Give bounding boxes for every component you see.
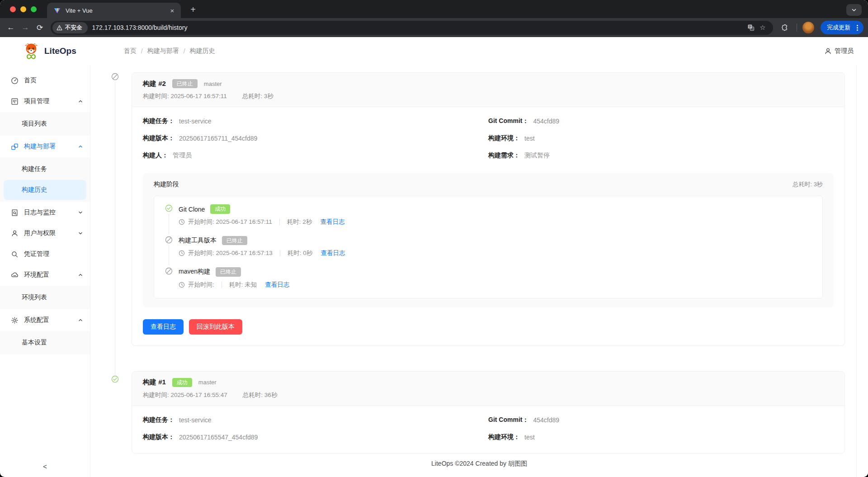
toolbar-divider bbox=[797, 24, 797, 32]
user-menu[interactable]: 管理员 bbox=[824, 47, 854, 55]
cloud-server-icon bbox=[11, 271, 19, 279]
stages-title: 构建阶段 bbox=[154, 180, 179, 189]
chrome-update-button[interactable]: 完成更新 bbox=[821, 21, 863, 34]
stage-status-badge: 已终止 bbox=[216, 267, 241, 276]
sidebar-item-label: 基本设置 bbox=[22, 339, 47, 347]
stage-start-time: 开始时间: bbox=[188, 281, 214, 289]
sidebar-item-label: 首页 bbox=[24, 76, 83, 85]
stage-status-badge: 已终止 bbox=[222, 236, 247, 245]
view-stage-log-link[interactable]: 查看日志 bbox=[265, 281, 289, 289]
timeline-success-icon bbox=[111, 375, 119, 383]
sidebar-item-basic-settings[interactable]: 基本设置 bbox=[4, 333, 86, 353]
profile-avatar[interactable] bbox=[802, 22, 814, 33]
sidebar-item-system-config[interactable]: 系统配置 bbox=[0, 310, 90, 330]
divider bbox=[280, 250, 280, 256]
stages-total-time: 总耗时: 3秒 bbox=[793, 180, 823, 189]
sidebar-item-project-list[interactable]: 项目列表 bbox=[4, 114, 86, 134]
build-history-content: 构建 #2 已终止 master 构建时间: 2025-06-17 16:57:… bbox=[90, 65, 868, 477]
back-icon[interactable]: ← bbox=[5, 21, 17, 34]
sidebar-item-users-permissions[interactable]: 用户与权限 bbox=[0, 223, 90, 243]
stage-item: 构建工具版本 已终止 开始时间: 2025-06-17 16:57:13 耗时:… bbox=[165, 236, 811, 267]
clock-icon bbox=[179, 250, 185, 256]
detail-value: test bbox=[524, 434, 535, 441]
dashboard-icon bbox=[11, 77, 19, 85]
detail-value: 20250617165711_454cfd89 bbox=[179, 135, 257, 142]
view-stage-log-link[interactable]: 查看日志 bbox=[320, 218, 344, 226]
reload-icon[interactable]: ⟳ bbox=[33, 21, 46, 34]
breadcrumb-home[interactable]: 首页 bbox=[124, 47, 137, 55]
logo-text: LiteOps bbox=[44, 46, 76, 56]
clock-icon bbox=[179, 282, 185, 288]
build-card-header: 构建 #2 已终止 master 构建时间: 2025-06-17 16:57:… bbox=[132, 73, 844, 107]
stage-terminated-icon bbox=[165, 236, 173, 244]
timeline-line bbox=[115, 82, 115, 375]
chevron-up-icon bbox=[78, 99, 83, 104]
traffic-lights bbox=[10, 6, 37, 12]
breadcrumb-separator: / bbox=[184, 47, 185, 55]
sidebar-item-credentials[interactable]: 凭证管理 bbox=[0, 244, 90, 264]
detail-label: 构建环境： bbox=[488, 134, 520, 142]
view-log-button[interactable]: 查看日志 bbox=[143, 319, 184, 335]
gear-icon bbox=[11, 316, 19, 324]
minimize-window-button[interactable] bbox=[20, 6, 26, 12]
timeline-terminated-icon bbox=[111, 73, 119, 80]
stages-list: Git Clone 成功 开始时间: 2025-06-17 16:57:11 耗… bbox=[154, 196, 823, 298]
forward-icon[interactable]: → bbox=[19, 21, 32, 34]
new-tab-button[interactable]: + bbox=[187, 4, 199, 15]
security-chip[interactable]: 不安全 bbox=[52, 22, 88, 33]
stage-duration: 耗时: 2秒 bbox=[287, 218, 312, 226]
liteops-logo[interactable]: LiteOps bbox=[22, 42, 76, 61]
stage-connector bbox=[169, 214, 169, 234]
red-panda-logo-icon bbox=[22, 42, 41, 61]
bookmark-star-icon[interactable]: ☆ bbox=[757, 22, 769, 33]
chrome-menu-icon[interactable] bbox=[854, 25, 861, 31]
sidebar-item-environment-list[interactable]: 环境列表 bbox=[4, 288, 86, 307]
detail-value: 管理员 bbox=[173, 151, 192, 160]
chevron-up-icon bbox=[78, 318, 83, 322]
sidebar-item-label: 环境列表 bbox=[22, 293, 47, 302]
build-details: 构建任务：test-service Git Commit：454cfd89 构建… bbox=[143, 415, 834, 442]
sidebar-item-home[interactable]: 首页 bbox=[0, 71, 90, 90]
sidebar-item-build-tasks[interactable]: 构建任务 bbox=[4, 159, 86, 179]
build-total-time: 总耗时: 36秒 bbox=[243, 391, 278, 399]
sidebar-item-project-management[interactable]: 项目管理 bbox=[0, 91, 90, 111]
sidebar-item-label: 环境配置 bbox=[24, 271, 73, 279]
browser-tab[interactable]: Vite + Vue × bbox=[47, 3, 181, 18]
detail-label: 构建需求： bbox=[488, 151, 520, 160]
sidebar-item-label: 日志与监控 bbox=[24, 208, 73, 217]
extensions-icon[interactable] bbox=[778, 21, 791, 34]
detail-label: 构建人： bbox=[143, 151, 168, 160]
submenu-project: 项目列表 bbox=[0, 112, 90, 136]
chevron-down-icon bbox=[78, 231, 83, 236]
sidebar-item-environment-config[interactable]: 环境配置 bbox=[0, 265, 90, 285]
sidebar-item-build-deploy[interactable]: 构建与部署 bbox=[0, 137, 90, 156]
chevron-down-icon bbox=[78, 210, 83, 215]
breadcrumb-separator: / bbox=[141, 47, 143, 55]
sidebar-item-build-history[interactable]: 构建历史 bbox=[4, 180, 86, 200]
detail-value: 454cfd89 bbox=[533, 416, 559, 424]
build-details: 构建任务：test-service Git Commit：454cfd89 构建… bbox=[143, 116, 834, 161]
build-card: 构建 #1 成功 master 构建时间: 2025-06-17 16:55:4… bbox=[132, 371, 845, 453]
stage-duration: 耗时: 0秒 bbox=[288, 249, 313, 257]
rollback-button[interactable]: 回滚到此版本 bbox=[189, 319, 242, 335]
sidebar-item-label: 凭证管理 bbox=[24, 250, 83, 258]
sidebar-collapse-button[interactable]: < bbox=[0, 455, 90, 477]
breadcrumb-section[interactable]: 构建与部署 bbox=[147, 47, 179, 55]
tab-search-button[interactable] bbox=[846, 4, 862, 16]
clock-icon bbox=[179, 219, 185, 225]
translate-icon[interactable]: 文G bbox=[745, 22, 757, 33]
search-icon bbox=[11, 250, 19, 258]
view-stage-log-link[interactable]: 查看日志 bbox=[321, 249, 345, 257]
scrollbar-track[interactable] bbox=[856, 65, 857, 477]
sidebar-item-label: 构建与部署 bbox=[24, 142, 73, 151]
svg-text:G: G bbox=[751, 27, 753, 30]
sidebar-item-logs-monitoring[interactable]: 日志与监控 bbox=[0, 203, 90, 222]
fullscreen-window-button[interactable] bbox=[31, 6, 37, 12]
tab-close-icon[interactable]: × bbox=[168, 6, 176, 14]
url-text[interactable]: 172.17.103.173:8000/build/history bbox=[92, 24, 745, 31]
sidebar: 首页 项目管理 项目列表 构建与部署 构建任务 bbox=[0, 65, 90, 477]
stage-name: maven构建 bbox=[179, 268, 210, 276]
address-bar[interactable]: 不安全 172.17.103.173:8000/build/history 文G… bbox=[51, 21, 773, 35]
close-window-button[interactable] bbox=[10, 6, 16, 12]
vite-favicon-icon bbox=[53, 7, 61, 14]
